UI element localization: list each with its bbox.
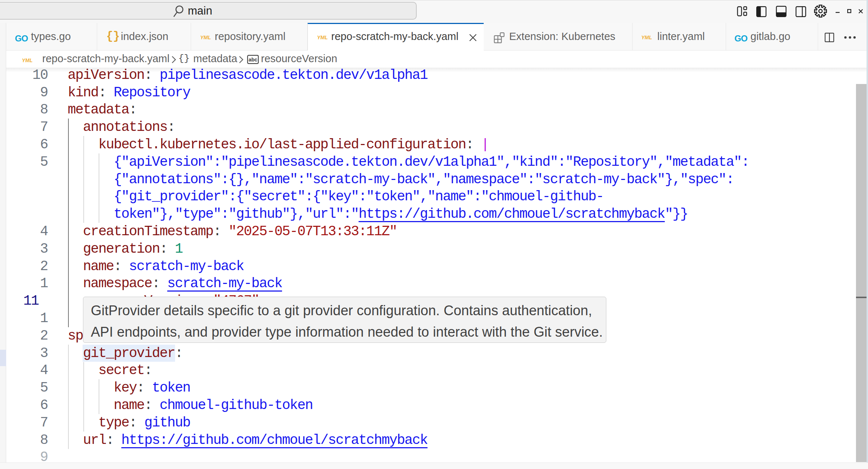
svg-text:abc: abc xyxy=(249,57,257,63)
